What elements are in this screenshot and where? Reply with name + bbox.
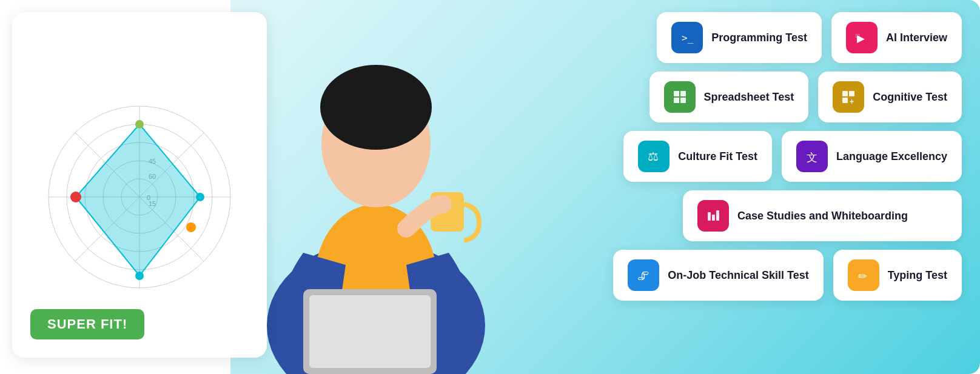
- super-fit-badge: SUPER FIT!: [30, 309, 144, 339]
- programming-test-label: Programming Test: [711, 32, 807, 44]
- svg-rect-37: [712, 215, 715, 221]
- svg-text:文: 文: [807, 152, 817, 164]
- typing-test-icon: ✏: [848, 259, 879, 291]
- radar-chart: 60 45 15 0: [30, 76, 249, 294]
- case-studies-icon: [697, 200, 729, 232]
- svg-rect-22: [674, 91, 679, 96]
- svg-rect-15: [309, 295, 431, 368]
- radar-dot-right: [196, 193, 204, 201]
- ai-interview-label: AI Interview: [886, 32, 947, 44]
- svg-text:🖇: 🖇: [637, 269, 649, 282]
- card-programming-test[interactable]: >_ Programming Test: [657, 12, 822, 63]
- programming-test-icon: >_: [671, 22, 703, 53]
- language-excellency-icon: 文: [796, 141, 828, 172]
- svg-rect-23: [680, 91, 686, 96]
- card-spreadsheet-test[interactable]: Spreadsheet Test: [649, 72, 809, 122]
- radar-dot-bottom: [135, 272, 144, 280]
- svg-rect-38: [716, 210, 719, 221]
- onjob-test-icon: 🖇: [628, 259, 659, 291]
- svg-text:⚖: ⚖: [648, 150, 659, 163]
- svg-text:✏: ✏: [858, 270, 867, 282]
- card-culture-fit-test[interactable]: ⚖ Culture Fit Test: [623, 131, 772, 182]
- svg-rect-24: [674, 98, 679, 103]
- svg-rect-25: [680, 98, 686, 103]
- radar-dot-orange: [186, 222, 196, 232]
- svg-rect-29: [842, 98, 848, 103]
- svg-rect-21: [671, 88, 688, 105]
- cognitive-test-label: Cognitive Test: [873, 91, 947, 104]
- radar-dot-top: [135, 120, 144, 129]
- cognitive-test-icon: +: [833, 81, 864, 113]
- svg-text:□: □: [856, 32, 859, 39]
- card-language-excellency[interactable]: 文 Language Excellency: [782, 131, 962, 182]
- spreadsheet-test-icon: [664, 81, 696, 113]
- cards-row-4: Case Studies and Whiteboarding: [537, 190, 962, 241]
- card-typing-test[interactable]: ✏ Typing Test: [833, 250, 962, 301]
- person-illustration: [224, 22, 528, 374]
- cards-row-3: ⚖ Culture Fit Test 文 Language Excellency: [537, 131, 962, 182]
- cards-row-5: 🖇 On-Job Technical Skill Test ✏ Typing T…: [537, 250, 962, 301]
- radar-dot-left: [70, 192, 81, 202]
- typing-test-label: Typing Test: [888, 269, 947, 282]
- svg-text:>_: >_: [682, 32, 694, 44]
- card-cognitive-test[interactable]: + Cognitive Test: [818, 72, 962, 122]
- culture-fit-icon: ⚖: [638, 141, 670, 172]
- svg-rect-36: [708, 212, 711, 221]
- language-excellency-label: Language Excellency: [836, 150, 947, 163]
- svg-rect-27: [842, 91, 848, 96]
- radar-shape: [76, 124, 200, 276]
- cards-area: >_ Programming Test ▶□ AI Interview: [537, 12, 962, 301]
- svg-point-12: [320, 65, 432, 150]
- spreadsheet-test-label: Spreadsheet Test: [704, 91, 794, 104]
- card-case-studies[interactable]: Case Studies and Whiteboarding: [683, 190, 962, 241]
- card-ai-interview[interactable]: ▶□ AI Interview: [831, 12, 962, 63]
- onjob-test-label: On-Job Technical Skill Test: [668, 269, 808, 282]
- svg-rect-26: [840, 88, 857, 105]
- ai-interview-icon: ▶□: [846, 22, 878, 53]
- radar-panel: 60 45 15 0 SUPER FIT!: [12, 12, 267, 358]
- culture-fit-label: Culture Fit Test: [678, 150, 757, 163]
- card-onjob-test[interactable]: 🖇 On-Job Technical Skill Test: [613, 250, 823, 301]
- main-container: 60 45 15 0 SUPER FIT!: [0, 0, 980, 374]
- svg-rect-28: [849, 91, 854, 96]
- cards-row-1: >_ Programming Test ▶□ AI Interview: [537, 12, 962, 63]
- svg-text:+: +: [850, 98, 854, 105]
- cards-row-2: Spreadsheet Test + Cognitive Test: [537, 72, 962, 122]
- case-studies-label: Case Studies and Whiteboarding: [737, 210, 908, 222]
